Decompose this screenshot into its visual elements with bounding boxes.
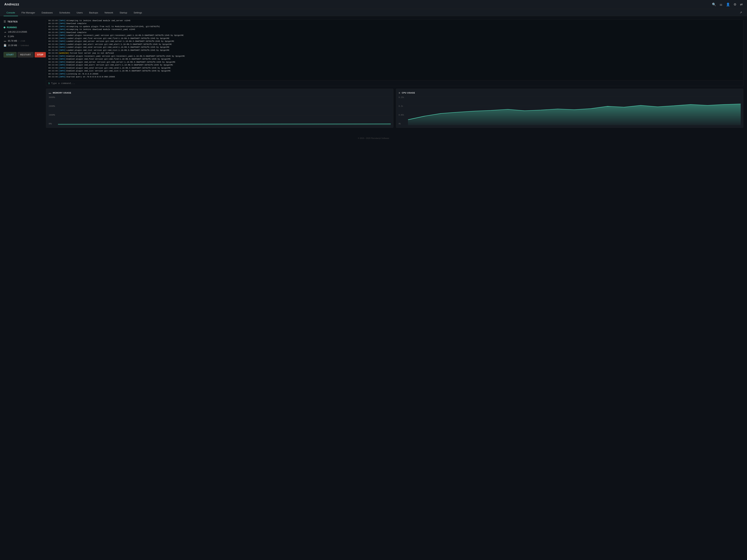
external-link-icon[interactable]: ↗ bbox=[738, 9, 743, 16]
server-icon: ☰ bbox=[4, 20, 6, 23]
cpu-stat: ■ 0.14% bbox=[4, 35, 43, 38]
console-log-line: 00:33:06[INFO]Loaded plugin cmd_send ver… bbox=[48, 46, 741, 49]
main-content: ☰ TESTES RUNNING ☁ 149.202.22.8:25565 ■ … bbox=[0, 16, 747, 131]
console-log-line: 00:33:05[INFO]Download complete bbox=[48, 22, 741, 25]
console-log-line: 00:33:06[INFO]Loaded plugin cmd_server v… bbox=[48, 40, 741, 43]
main-nav: Console File Manager Databases Schedules… bbox=[0, 9, 747, 16]
disk-used: 10.39 MB bbox=[8, 44, 17, 47]
status-stat: RUNNING bbox=[4, 26, 43, 29]
restart-button[interactable]: RESTART bbox=[18, 52, 33, 57]
console-input[interactable] bbox=[51, 82, 741, 84]
cpu-chart-card: ■ CPU USAGE 0.15% 0.1% 0.05% 0% bbox=[396, 89, 743, 128]
page-footer: © 2015 - 2020 Pterodactyl Software bbox=[0, 135, 747, 142]
ram-stat: ▬ 85.78 MB / 2 GB bbox=[4, 39, 43, 42]
person-icon[interactable]: 👤 bbox=[726, 2, 730, 6]
disk-total: Unlimited bbox=[21, 44, 29, 47]
memory-icon: ▬ bbox=[49, 91, 51, 94]
console-log-line: 00:33:06[INFO]Loaded plugin cmd_list ver… bbox=[48, 49, 741, 52]
ram-total: 2 GB bbox=[21, 40, 25, 42]
console-log-line: 00:33:06[INFO]Enabled plugin cmd_find ve… bbox=[48, 58, 741, 61]
header-icons: 🔍 ⚌ 👤 ⚙ ⇌ bbox=[712, 2, 743, 6]
console-log-line: 00:33:05[INFO]Attempting to update plugi… bbox=[48, 25, 741, 28]
cpu-chart-svg bbox=[408, 97, 741, 125]
cpu-icon: ■ bbox=[4, 35, 6, 38]
console-log-line: 00:33:06[INFO]Download complete bbox=[48, 31, 741, 34]
ram-icon: ▬ bbox=[4, 39, 6, 42]
footer-text: © 2015 - 2020 Pterodactyl Software bbox=[358, 137, 389, 139]
svg-marker-9 bbox=[408, 104, 741, 125]
nav-item-console[interactable]: Console bbox=[4, 9, 18, 16]
nav-item-users[interactable]: Users bbox=[74, 9, 85, 16]
nav-item-databases[interactable]: Databases bbox=[39, 9, 56, 16]
console-input-row: $ bbox=[46, 80, 743, 86]
nav-item-schedules[interactable]: Schedules bbox=[56, 9, 73, 16]
cpu-chart-body: 0.15% 0.1% 0.05% 0% bbox=[398, 97, 741, 125]
memory-y-labels: 3000Mb 2000Mb 1000Mb 0Mb bbox=[49, 97, 57, 125]
memory-chart-header: ▬ MEMORY USAGE bbox=[49, 91, 391, 94]
console-log-line: 00:33:06[INFO]Enabled plugin cmd_alert v… bbox=[48, 63, 741, 66]
console-log-line: 00:33:06[INFO]Loaded plugin cmd_find ver… bbox=[48, 37, 741, 40]
stop-button[interactable]: STOP bbox=[35, 52, 46, 57]
memory-chart-svg bbox=[58, 97, 391, 125]
status-indicator bbox=[4, 27, 5, 28]
sidebar-server-name: ☰ TESTES bbox=[4, 19, 43, 24]
server-controls: START RESTART STOP bbox=[4, 52, 43, 57]
app-title: Andrezzz bbox=[4, 2, 19, 6]
console-log-line: 00:33:06[INFO]Enabled plugin cmd_list ve… bbox=[48, 70, 741, 73]
swap-icon[interactable]: ⇌ bbox=[740, 2, 743, 6]
network-icon: ☁ bbox=[4, 30, 6, 33]
nav-item-backups[interactable]: Backups bbox=[86, 9, 101, 16]
ram-used: 85.78 MB bbox=[8, 40, 17, 42]
nav-item-startup[interactable]: Startup bbox=[117, 9, 130, 16]
console-log-line: 00:33:06[INFO]Loaded plugin reconnect_ya… bbox=[48, 34, 741, 37]
cpu-chart-header: ■ CPU USAGE bbox=[398, 91, 741, 94]
layers-icon[interactable]: ⚌ bbox=[720, 2, 722, 6]
console-log-line: 00:33:06[INFO]Started query on /0:0:0:0:… bbox=[48, 75, 741, 78]
status-label: RUNNING bbox=[7, 26, 17, 29]
console-area: 00:33:05[INFO]Attempting to Jenkins down… bbox=[46, 19, 743, 128]
memory-chart-title: MEMORY USAGE bbox=[53, 92, 71, 94]
console-log-line: 00:33:06[INFO]Loaded plugin cmd_alert ve… bbox=[48, 43, 741, 46]
console-log-line: 00:33:06[WARNING]Forced host server pvp … bbox=[48, 52, 741, 55]
memory-chart-body: 3000Mb 2000Mb 1000Mb 0Mb bbox=[49, 97, 391, 125]
start-button[interactable]: START bbox=[4, 52, 17, 57]
search-icon[interactable]: 🔍 bbox=[712, 2, 716, 6]
console-log-line: 00:33:05[INFO]Attempting to Jenkins down… bbox=[48, 28, 741, 31]
cpu-y-labels: 0.15% 0.1% 0.05% 0% bbox=[398, 97, 407, 125]
cpu-chart-title: CPU USAGE bbox=[402, 92, 415, 94]
cpu-value: 0.14% bbox=[8, 35, 14, 38]
settings-icon[interactable]: ⚙ bbox=[733, 2, 737, 6]
console-output: 00:33:05[INFO]Attempting to Jenkins down… bbox=[46, 19, 743, 80]
charts-row: ▬ MEMORY USAGE 3000Mb 2000Mb 1000Mb 0Mb bbox=[46, 89, 743, 128]
ip-value: 149.202.22.8:25565 bbox=[8, 31, 27, 33]
console-log-line: 00:33:06[INFO]Enabled plugin cmd_send ve… bbox=[48, 66, 741, 70]
server-sidebar: ☰ TESTES RUNNING ☁ 149.202.22.8:25565 ■ … bbox=[4, 19, 43, 128]
console-log-line: 00:33:05[INFO]Attempting to Jenkins down… bbox=[48, 19, 741, 22]
cpu-chart-icon: ■ bbox=[398, 91, 400, 94]
memory-chart-card: ▬ MEMORY USAGE 3000Mb 2000Mb 1000Mb 0Mb bbox=[46, 89, 393, 128]
app-header: Andrezzz 🔍 ⚌ 👤 ⚙ ⇌ bbox=[0, 0, 747, 9]
disk-stat: 💾 10.39 MB / Unlimited bbox=[4, 44, 43, 47]
console-log-line: 00:33:06[INFO]Listening on /0.0.0.0:2556… bbox=[48, 73, 741, 76]
console-log-line: 00:33:06[INFO]Enabled plugin cmd_server … bbox=[48, 61, 741, 64]
console-prompt: $ bbox=[48, 82, 50, 84]
ip-stat: ☁ 149.202.22.8:25565 bbox=[4, 30, 43, 33]
console-log-line: 00:33:06[INFO]Enabled plugin reconnect_y… bbox=[48, 55, 741, 58]
nav-item-settings[interactable]: Settings bbox=[131, 9, 145, 16]
nav-item-network[interactable]: Network bbox=[102, 9, 116, 16]
disk-icon: 💾 bbox=[4, 44, 6, 47]
nav-item-filemanager[interactable]: File Manager bbox=[19, 9, 38, 16]
